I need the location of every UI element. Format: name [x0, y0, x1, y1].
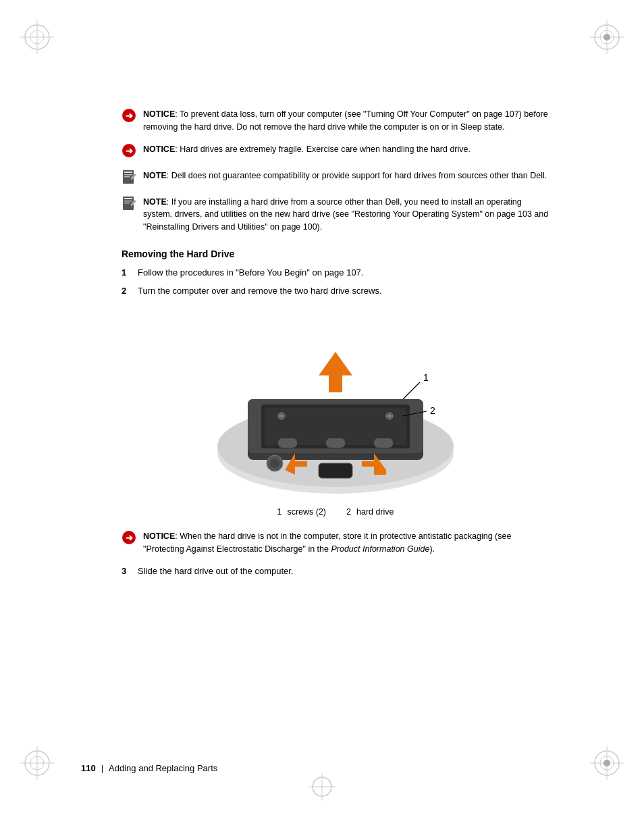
caption-num-2: 2	[346, 507, 351, 517]
svg-line-56	[403, 382, 420, 399]
notice-text-2: NOTICE: Hard drives are extremely fragil…	[143, 143, 471, 156]
notice-icon-2: ➔	[122, 143, 136, 160]
svg-rect-32	[124, 201, 132, 202]
corner-mark-tr	[590, 20, 624, 54]
page-footer: 110 | Adding and Replacing Parts	[0, 763, 644, 773]
svg-point-52	[270, 459, 279, 468]
svg-text:➔: ➔	[126, 533, 133, 543]
svg-text:➔: ➔	[126, 111, 133, 121]
step-2-num: 2	[122, 284, 132, 298]
step-1-text: Follow the procedures in "Before You Beg…	[138, 266, 363, 280]
corner-mark-tl	[20, 20, 54, 54]
svg-rect-47	[278, 438, 297, 448]
notice-text-1: NOTICE: To prevent data loss, turn off y…	[143, 108, 549, 134]
note-block-1: NOTE: Dell does not guarantee compatibil…	[122, 170, 549, 186]
note-icon-1	[122, 170, 136, 186]
section-heading: Removing the Hard Drive	[122, 249, 549, 259]
notice-icon-after-image: ➔	[122, 530, 136, 547]
svg-rect-28	[124, 176, 130, 178]
notice-block-1: ➔ NOTICE: To prevent data loss, turn off…	[122, 108, 549, 134]
bottom-center-mark	[308, 773, 336, 800]
caption-num-1: 1	[277, 507, 281, 517]
svg-marker-53	[319, 352, 352, 392]
svg-rect-26	[124, 172, 132, 173]
svg-rect-27	[124, 174, 132, 176]
svg-text:2: 2	[430, 405, 435, 416]
notice-block-after-image: ➔ NOTICE: When the hard drive is not in …	[122, 530, 549, 556]
diagram-container: 1 2	[207, 311, 464, 500]
page: ➔ NOTICE: To prevent data loss, turn off…	[0, 0, 644, 834]
content-area: ➔ NOTICE: To prevent data loss, turn off…	[122, 108, 549, 578]
notice-block-2: ➔ NOTICE: Hard drives are extremely frag…	[122, 143, 549, 160]
svg-rect-33	[124, 203, 130, 204]
step-3-num: 3	[122, 565, 132, 578]
note-block-2: NOTE: If you are installing a hard drive…	[122, 196, 549, 234]
step-2: 2 Turn the computer over and remove the …	[122, 284, 549, 298]
step-3: 3 Slide the hard drive out of the comput…	[122, 565, 549, 578]
step-1-num: 1	[122, 266, 132, 280]
page-divider: |	[101, 763, 103, 773]
note-icon-2	[122, 196, 136, 213]
caption-label-1: screws (2)	[287, 507, 326, 517]
svg-text:1: 1	[423, 372, 429, 383]
notice-icon-1: ➔	[122, 108, 136, 125]
caption-item-2: 2 hard drive	[346, 507, 394, 517]
svg-rect-31	[124, 198, 132, 199]
figure-caption: 1 screws (2) 2 hard drive	[277, 507, 394, 517]
svg-rect-49	[374, 438, 393, 448]
svg-rect-50	[319, 463, 352, 478]
step-2-text: Turn the computer over and remove the tw…	[138, 284, 382, 298]
step-1: 1 Follow the procedures in "Before You B…	[122, 266, 549, 280]
svg-point-8	[603, 34, 610, 41]
note-text-2: NOTE: If you are installing a hard drive…	[143, 196, 549, 234]
page-number: 110	[81, 763, 96, 773]
page-section: Adding and Replacing Parts	[109, 763, 217, 773]
image-area: 1 2 1 screws (2) 2 hard drive	[122, 311, 549, 517]
svg-text:➔: ➔	[126, 146, 133, 156]
notice-text-after-image: NOTICE: When the hard drive is not in th…	[143, 530, 549, 556]
note-text-1: NOTE: Dell does not guarantee compatibil…	[143, 170, 547, 182]
caption-item-1: 1 screws (2)	[277, 507, 326, 517]
step-3-text: Slide the hard drive out of the computer…	[138, 565, 294, 578]
svg-rect-48	[326, 438, 345, 448]
caption-label-2: hard drive	[356, 507, 394, 517]
